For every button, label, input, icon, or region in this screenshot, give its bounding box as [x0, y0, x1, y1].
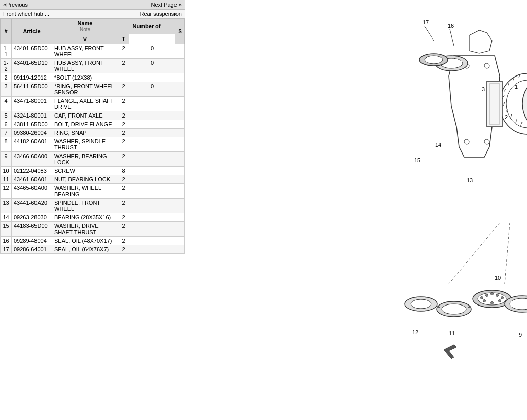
- table-row[interactable]: 16 09289-48004 SEAL, OIL (48X70X17) 2: [1, 237, 185, 245]
- part-16-label: 16: [448, 23, 454, 46]
- svg-text:13: 13: [467, 177, 473, 183]
- row-v: 2: [118, 175, 129, 184]
- table-row[interactable]: 5 43241-80001 CAP, FRONT AXLE 2: [1, 111, 185, 120]
- row-name: SEAL, OIL (64X76X7): [52, 245, 118, 254]
- row-item: 7: [1, 129, 12, 137]
- table-row[interactable]: 10 02122-04083 SCREW 8: [1, 167, 185, 175]
- row-name: CAP, FRONT AXLE: [52, 111, 118, 120]
- row-price: [175, 222, 185, 237]
- row-t: [129, 237, 175, 245]
- table-row[interactable]: 1-2 43401-65D10 HUB ASSY, FRONT WHEEL 2 …: [1, 59, 185, 73]
- row-item: 17: [1, 245, 12, 254]
- row-article: 43471-80001: [12, 97, 52, 111]
- table-row[interactable]: 15 44183-65D00 WASHER, DRIVE SHAFT THRUS…: [1, 222, 185, 237]
- svg-point-13: [484, 139, 489, 144]
- row-t: [129, 213, 175, 222]
- parts-table: # Article Name Note Number of $ V T 1-1 …: [0, 18, 185, 254]
- row-t: [129, 199, 175, 213]
- row-item: 3: [1, 82, 12, 97]
- table-row[interactable]: 1-1 43401-65D00 HUB ASSY, FRONT WHEEL 2 …: [1, 44, 185, 59]
- col-header-hash: #: [1, 19, 12, 44]
- col-header-price: $: [175, 19, 185, 44]
- svg-line-81: [505, 223, 510, 284]
- part-15-label: 15: [414, 157, 420, 163]
- row-price: [175, 245, 185, 254]
- svg-point-44: [491, 293, 494, 295]
- row-name: *BOLT (12X38): [52, 73, 118, 82]
- part-3-label: 3: [482, 86, 485, 92]
- row-price: [175, 213, 185, 222]
- row-v: 2: [118, 137, 129, 152]
- row-price: [175, 175, 185, 184]
- row-item: 16: [1, 237, 12, 245]
- svg-point-48: [491, 302, 494, 304]
- table-row[interactable]: 17 09286-64001 SEAL, OIL (64X76X7) 2: [1, 245, 185, 254]
- row-t: [129, 152, 175, 167]
- row-price: [175, 82, 185, 97]
- row-v: 8: [118, 167, 129, 175]
- svg-point-12: [464, 139, 469, 144]
- part-12: [405, 297, 437, 311]
- svg-point-42: [481, 297, 483, 299]
- row-price: [175, 129, 185, 137]
- row-v: 2: [118, 184, 129, 199]
- table-row[interactable]: 12 43465-60A00 WASHER, WHEEL BEARING 2: [1, 184, 185, 199]
- row-price: [175, 59, 185, 73]
- table-row[interactable]: 13 43441-60A20 SPINDLE, FRONT WHEEL 2: [1, 199, 185, 213]
- row-article: 02122-04083: [12, 167, 52, 175]
- row-article: 44183-65D00: [12, 222, 52, 237]
- col-header-number-of: Number of: [118, 19, 175, 34]
- row-name: HUB ASSY, FRONT WHEEL: [52, 44, 118, 59]
- svg-point-43: [486, 294, 488, 297]
- row-t: [129, 97, 175, 111]
- table-row[interactable]: 8 44182-60A01 WASHER, SPINDLE THRUST 2: [1, 137, 185, 152]
- table-row[interactable]: 2 09119-12012 *BOLT (12X38): [1, 73, 185, 82]
- row-article: 43441-60A20: [12, 199, 52, 213]
- row-v: 2: [118, 111, 129, 120]
- row-item: 5: [1, 111, 12, 120]
- row-price: [175, 137, 185, 152]
- table-row[interactable]: 3 56411-65D00 *RING, FRONT WHEEL SENSOR …: [1, 82, 185, 97]
- table-row[interactable]: 9 43466-60A00 WASHER, BEARING LOCK 2: [1, 152, 185, 167]
- arrow-indicator: [444, 345, 456, 359]
- row-item: 1-1: [1, 44, 12, 59]
- svg-text:14: 14: [435, 142, 441, 148]
- row-price: [175, 73, 185, 82]
- svg-point-33: [425, 56, 443, 64]
- row-t: [129, 167, 175, 175]
- row-name: WASHER, WHEEL BEARING: [52, 184, 118, 199]
- row-price: [175, 97, 185, 111]
- table-row[interactable]: 4 43471-80001 FLANGE, AXLE SHAFT DRIVE 2: [1, 97, 185, 111]
- part-13-label: 13: [467, 177, 473, 183]
- row-name: *RING, FRONT WHEEL SENSOR: [52, 82, 118, 97]
- svg-text:10: 10: [495, 275, 501, 281]
- part-14-label: 14: [435, 142, 441, 148]
- row-article: 09289-48004: [12, 237, 52, 245]
- row-article: 43401-65D10: [12, 59, 52, 73]
- svg-marker-79: [444, 345, 456, 359]
- row-price: [175, 199, 185, 213]
- table-row[interactable]: 6 43811-65D00 BOLT, DRIVE FLANGE 2: [1, 120, 185, 129]
- row-article: 43461-60A01: [12, 175, 52, 184]
- row-v: 2: [118, 213, 129, 222]
- row-article: 43241-80001: [12, 111, 52, 120]
- svg-text:17: 17: [423, 19, 429, 25]
- row-name: WASHER, BEARING LOCK: [52, 152, 118, 167]
- row-name: WASHER, DRIVE SHAFT THRUST: [52, 222, 118, 237]
- table-row[interactable]: 14 09263-28030 BEARING (28X35X16) 2: [1, 213, 185, 222]
- previous-link[interactable]: «Previous: [3, 2, 28, 8]
- svg-line-1: [425, 26, 434, 41]
- row-article: 43811-65D00: [12, 120, 52, 129]
- svg-text:11: 11: [449, 330, 455, 336]
- row-item: 15: [1, 222, 12, 237]
- row-article: 44182-60A01: [12, 137, 52, 152]
- row-price: [175, 152, 185, 167]
- row-v: 2: [118, 97, 129, 111]
- table-row[interactable]: 11 43461-60A01 NUT, BEARING LOCK 2: [1, 175, 185, 184]
- next-link[interactable]: Next Page »: [151, 2, 182, 8]
- svg-point-35: [411, 299, 431, 309]
- row-t: [129, 137, 175, 152]
- col-subheader-v: V: [52, 34, 118, 44]
- table-row[interactable]: 7 09380-26004 RING, SNAP 2: [1, 129, 185, 137]
- svg-text:2: 2: [505, 114, 508, 120]
